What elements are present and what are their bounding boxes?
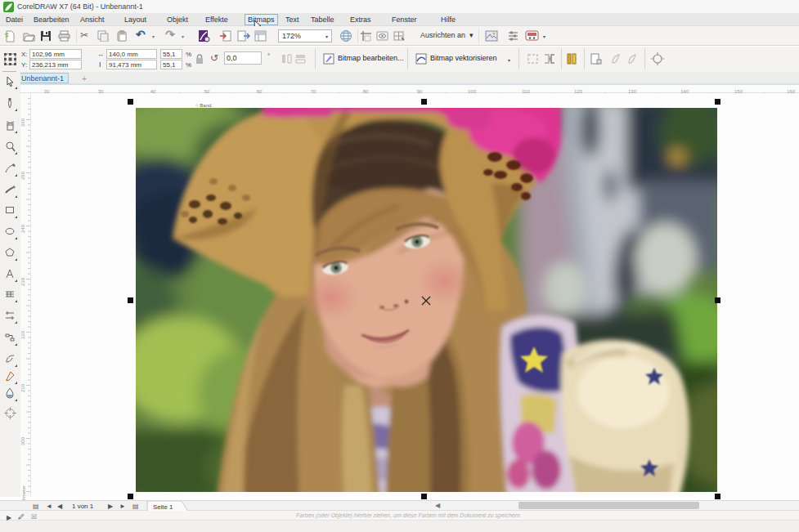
svg-text:240: 240 — [20, 224, 25, 233]
svg-text:Seite 1: Seite 1 — [153, 503, 173, 511]
svg-text:260: 260 — [20, 118, 25, 127]
svg-text:250: 250 — [20, 171, 25, 180]
svg-text:210: 210 — [20, 383, 25, 392]
svg-text:220: 220 — [20, 330, 25, 339]
svg-text:230: 230 — [20, 277, 25, 286]
svg-text:200: 200 — [20, 436, 25, 445]
